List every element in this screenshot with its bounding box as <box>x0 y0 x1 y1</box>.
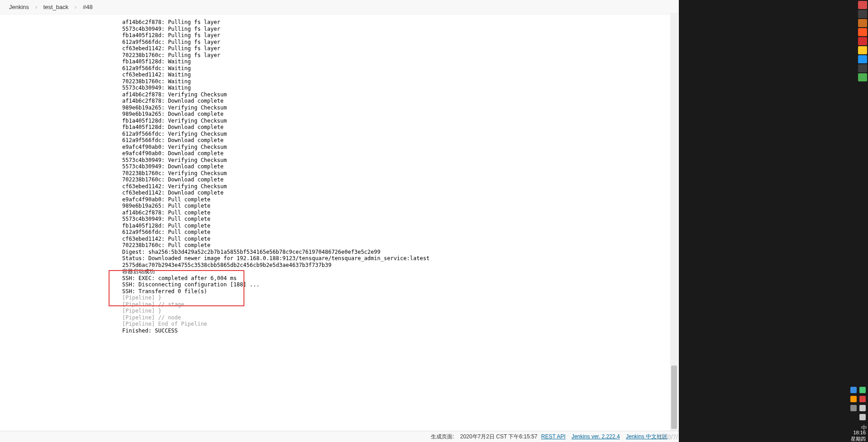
console-line: cf63ebed1142: Pull complete <box>122 236 679 242</box>
console-line: cf63ebed1142: Download complete <box>122 190 679 196</box>
tray-icon[interactable] <box>850 405 857 411</box>
app-icon[interactable] <box>858 73 867 81</box>
breadcrumb-job[interactable]: test_back <box>43 4 69 10</box>
app-icon[interactable] <box>858 55 867 63</box>
console-line: SSH: Transferred 0 file(s) <box>122 288 679 295</box>
breadcrumb-build[interactable]: #48 <box>83 4 93 10</box>
console-line: af14b6c2f878: Download complete <box>122 98 679 105</box>
console-line: [Pipeline] // stage <box>122 301 679 308</box>
app-icon[interactable] <box>858 19 867 27</box>
console-line: af14b6c2f878: Pull complete <box>122 209 679 216</box>
gen-label: 生成页面: <box>431 433 454 440</box>
console-line: af14b6c2f878: Pulling fs layer <box>122 19 679 26</box>
console-line: fb1a405f128d: Verifying Checksum <box>122 118 679 124</box>
console-line: 5573c4b30949: Pull complete <box>122 216 679 223</box>
console-line: fb1a405f128d: Waiting <box>122 58 679 65</box>
console-line: Finished: SUCCESS <box>122 328 679 334</box>
console-line: 702238b1760c: Pull complete <box>122 242 679 249</box>
right-dark-panel: 中 18:16 星期四 <box>679 0 868 442</box>
app-icon[interactable] <box>858 46 867 54</box>
app-icon[interactable] <box>858 64 867 72</box>
console-line: 702238b1760c: Waiting <box>122 78 679 85</box>
console-line: cf63ebed1142: Verifying Checksum <box>122 183 679 190</box>
console-line: fb1a405f128d: Download complete <box>122 124 679 131</box>
console-line: Digest: sha256:5b3d429a52c2b7b1a5855bf53… <box>122 249 679 256</box>
app-icon[interactable] <box>858 37 867 45</box>
console-line: 612a9f566fdc: Pulling fs layer <box>122 39 679 46</box>
breadcrumb-sep-icon: › <box>35 4 37 10</box>
console-line: 5573c4b30949: Waiting <box>122 85 679 91</box>
footer: 生成页面: 2020年7月2日 CST 下午6:15:57 REST API J… <box>0 431 679 442</box>
console-line: 容器启动成功 <box>122 268 679 275</box>
scrollbar-thumb[interactable] <box>671 366 677 429</box>
console-line: cf63ebed1142: Pulling fs layer <box>122 45 679 52</box>
console-line: 612a9f566fdc: Download complete <box>122 137 679 144</box>
main-content: af14b6c2f878: Pulling fs layer5573c4b309… <box>0 14 679 334</box>
console-line: 702238b1760c: Verifying Checksum <box>122 170 679 177</box>
clock[interactable]: 18:16 星期四 <box>851 429 866 442</box>
console-line: cf63ebed1142: Waiting <box>122 71 679 78</box>
console-line: fb1a405f128d: Pull complete <box>122 223 679 229</box>
clock-time: 18:16 <box>851 429 866 436</box>
console-line: e9afc4f90ab0: Download complete <box>122 150 679 157</box>
console-line: 702238b1760c: Download complete <box>122 176 679 183</box>
rest-api-link[interactable]: REST API <box>541 433 566 440</box>
console-line: e9afc4f90ab0: Pull complete <box>122 196 679 203</box>
console-line: [Pipeline] End of Pipeline <box>122 321 679 328</box>
console-line: 5573c4b30949: Pulling fs layer <box>122 26 679 33</box>
app-icon[interactable] <box>858 28 867 36</box>
console-line: 5573c4b30949: Download complete <box>122 163 679 170</box>
console-line: 2575d6ac707b2943e4755c3538cbb5865db2c456… <box>122 262 679 269</box>
console-line: 612a9f566fdc: Waiting <box>122 65 679 72</box>
tray-icon[interactable] <box>859 396 866 402</box>
console-line: af14b6c2f878: Verifying Checksum <box>122 91 679 98</box>
console-line: 612a9f566fdc: Pull complete <box>122 229 679 236</box>
taskbar-app-icons <box>857 0 868 82</box>
console-line: 989e6b19a265: Verifying Checksum <box>122 105 679 111</box>
console-line: [Pipeline] // node <box>122 314 679 321</box>
system-tray: 中 <box>845 385 868 433</box>
breadcrumb-jenkins[interactable]: Jenkins <box>9 4 29 10</box>
console-line: Status: Downloaded newer image for 192.1… <box>122 255 679 262</box>
gen-time: 2020年7月2日 CST 下午6:15:57 <box>460 433 538 440</box>
console-line: 702238b1760c: Pulling fs layer <box>122 52 679 59</box>
watermark-text: 2020/7/ <box>657 433 678 441</box>
vertical-scrollbar[interactable] <box>670 13 678 433</box>
jenkins-version-link[interactable]: Jenkins ver. 2.222.4 <box>572 433 620 440</box>
tray-icon[interactable] <box>850 396 857 402</box>
breadcrumb-sep-icon: › <box>75 4 76 10</box>
console-line: [Pipeline] } <box>122 295 679 301</box>
console-output: af14b6c2f878: Pulling fs layer5573c4b309… <box>122 19 679 334</box>
tray-icon[interactable] <box>859 387 866 393</box>
console-line: 989e6b19a265: Download complete <box>122 111 679 118</box>
tray-icon[interactable] <box>850 387 857 393</box>
tray-icon[interactable] <box>859 414 866 420</box>
tray-icon[interactable] <box>859 405 866 411</box>
console-line: SSH: Disconnecting configuration [188] .… <box>122 281 679 288</box>
app-icon[interactable] <box>858 1 867 9</box>
app-icon[interactable] <box>858 10 867 18</box>
console-line: 5573c4b30949: Verifying Checksum <box>122 157 679 164</box>
clock-day: 星期四 <box>851 436 866 442</box>
console-line: SSH: EXEC: completed after 6,004 ms <box>122 275 679 282</box>
console-line: 989e6b19a265: Pull complete <box>122 203 679 209</box>
console-line: fb1a405f128d: Pulling fs layer <box>122 32 679 39</box>
console-line: 612a9f566fdc: Verifying Checksum <box>122 131 679 138</box>
console-line: e9afc4f90ab0: Verifying Checksum <box>122 144 679 151</box>
console-line: [Pipeline] } <box>122 308 679 314</box>
